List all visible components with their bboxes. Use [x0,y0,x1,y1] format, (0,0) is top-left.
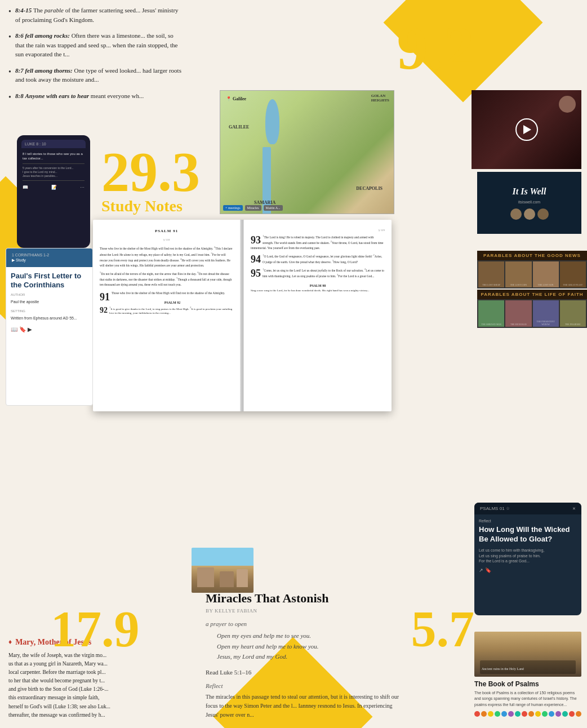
app-toolbar: 📖 📝 ⋯ [23,184,85,190]
color-dot [515,711,521,717]
map-meetings[interactable]: + meetings [223,205,243,211]
color-dot [495,711,500,717]
psalms-share-icon[interactable]: ↗ [479,567,483,573]
sea-of-galilee [265,99,279,144]
app-content: 8 I tell stories to those who see you as… [21,150,86,192]
parables-life-faith-items: THE SHREWD MGR THE RICH MAN THE PERSISTE… [477,299,587,327]
parable-lost-coin[interactable]: THE LOST COIN [505,261,531,287]
app-study-icon[interactable]: 📖 [23,184,28,190]
bullet-item-1: 8:4-15 The parable of the farmer scatter… [8,6,183,24]
cor-content: Paul's First Letter to the Corinthians A… [6,267,92,338]
number-92: 9.2 [397,17,475,79]
parables-good-news-label: PARABLES ABOUT THE GOOD NEWS [477,251,587,260]
bullet-item-4: 8:8 Anyone with ears to hear meant every… [8,91,183,101]
cor-study-btn[interactable]: ▶ Study [12,258,87,263]
parable-lost-son[interactable]: THE LOST SON [533,261,559,287]
decapolis-label: DECAPOLIS [356,186,383,191]
map-miracles[interactable]: Miracles [245,205,261,211]
cor-author-label: AUTHOR [11,292,88,298]
color-dot [528,711,534,717]
color-dot [488,711,493,717]
color-dot [508,711,514,717]
parable-label-2: THE LOST COIN [510,283,527,286]
app-mockup[interactable]: LUKE 8 : 10 8 I tell stories to those wh… [17,135,90,248]
psalm-91-title: PSALM 91 [100,228,233,234]
psalms-close[interactable]: ✕ [572,507,576,511]
psalm-98-text: Sing a new song to the Lord, for he has … [251,288,385,293]
parable-label-5: THE SHREWD MGR [481,323,501,326]
psalms-bookmark-icon[interactable]: 🔖 [485,567,491,573]
cor-header: 1 CORINTHIANS 1-2 ▶ Study [6,248,92,267]
ruin-column-3 [237,569,248,587]
parable-label-8: THE PHARISEE [565,323,581,326]
miracles-reflect-label: Reflect [206,682,403,689]
app-notes-icon[interactable]: 📝 [51,184,57,190]
bullet-label-4: Anyone with ears to hear [25,92,89,99]
map-more[interactable]: Maitin A... [264,205,283,211]
number-293: 29.3 [101,147,200,197]
galilee-pin: 📍 Galilee [226,96,246,101]
book-psalms-text: The book of Psalms is a collection of 15… [474,690,581,708]
video-bg [472,90,581,169]
corinthians-card[interactable]: 1 CORINTHIANS 1-2 ▶ Study Paul's First L… [6,248,93,406]
play-button[interactable] [515,118,538,141]
psalms-verse-text: Let us come to him with thanksgiving, Le… [479,548,577,564]
bullet-points-section: 8:4-15 The parable of the farmer scatter… [0,0,192,113]
parable-widow[interactable]: THE PERSISTENT WIDOW [533,300,559,326]
book-psalms-caption: Ancient ruins in the Holy Land [480,660,576,674]
video-thumbnail-person [559,96,576,113]
miracles-title: Miracles That Astonish [206,591,403,606]
parable-lost-sheep[interactable]: THE LOST SHEEP [478,261,504,287]
galilee-label: GALILEE [229,125,249,130]
bullet-item-3: 8:7 fell among thorns: One type of weed … [8,66,183,85]
parable-pharisee[interactable]: THE PHARISEE [560,300,586,326]
cor-icon-2[interactable]: 🔖 [19,325,26,334]
verse-ref-4: 8:8 [15,92,24,99]
color-dot [481,711,487,717]
ruins-photo [192,548,254,593]
psalms-app-mockup[interactable]: PSALMS 01 ☆ ✕ Reflect How Long Will the … [474,503,581,615]
miracles-prayer-text: Open my eyes and help me to see you. Ope… [206,631,403,662]
book-psalms-caption-text: Ancient ruins in the Holy Land [482,667,524,671]
parable-shrewd[interactable]: THE SHREWD MGR [478,300,504,326]
app-verse: 8 I tell stories to those who see you as… [23,152,85,161]
bible-left-page: PSALM 91 § 518 Those who live in the she… [93,220,241,411]
psalm-92-text: 92 1It is good to give thanks to the Lor… [100,305,233,316]
book-psalms-section: Ancient ruins in the Holy Land The Book … [474,632,581,717]
number-57-text: 5.7 [411,601,475,657]
parable-label-7: THE PERSISTENT WIDOW [534,320,558,326]
open-bible: PSALM 91 § 518 Those who live in the she… [93,220,392,411]
person-avatar-3 [537,208,549,220]
it-is-well-card[interactable]: It Is Well itsiswell.com [477,172,581,234]
dots-grid [474,711,581,717]
bullet-item-2: 8:6 fell among rocks: Often there was a … [8,31,183,59]
app-header: LUKE 8 : 10 [21,140,86,148]
cor-setting-text: Written from Ephesus around AD 55... [11,316,88,321]
parable-label-4: THE GREAT FEAST [563,283,582,286]
mary-diamond-icon: ♦ [8,638,12,646]
bullet-label-3: fell among thorns: [25,67,72,74]
app-divider [23,163,85,164]
map-nav[interactable]: + meetings Miracles Maitin A... [223,205,283,211]
psalm-92-section: PSALM 92 92 1It is good to give thanks t… [100,300,233,316]
bullet-label-2: fell among rocks: [25,32,69,39]
number-179-text: 17.9 [51,601,140,657]
psalms-content: Reflect How Long Will the Wicked Be Allo… [474,514,581,578]
ruin-column-1 [197,567,214,587]
parable-label-6: THE RICH MAN [510,323,527,326]
psalm-92-title: PSALM 92 [100,300,233,305]
cor-icon-1[interactable]: 📖 [11,325,17,334]
video-thumbnail[interactable] [472,90,581,169]
cor-icon-3[interactable]: ▶ [28,325,32,334]
bullet-text-1: The parable of the farmer scattering see… [15,7,179,23]
psalm-91-num: 91Those who live in the shelter of the M… [100,291,233,296]
app-notes: 5 years after his conversion to the Lord… [23,166,85,178]
golan-label: GOLANHEIGHTS [371,94,389,103]
parable-great-feast[interactable]: THE GREAT FEAST [560,261,586,287]
map-section[interactable]: 📍 Galilee GOLANHEIGHTS GALILEE DECAPOLIS… [220,90,394,214]
color-dot [474,711,480,717]
app-more-icon[interactable]: ⋯ [80,184,85,190]
parable-label-1: THE LOST SHEEP [482,283,500,286]
color-dot [501,711,507,717]
parable-rich-man[interactable]: THE RICH MAN [505,300,531,326]
